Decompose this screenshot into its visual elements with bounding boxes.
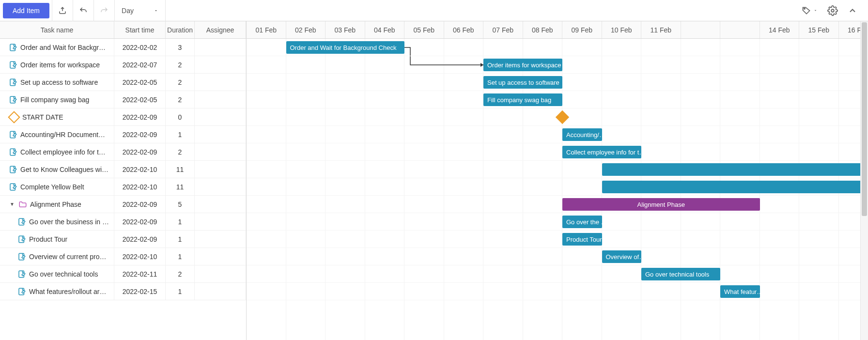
cell-duration[interactable]: 11 [166, 161, 195, 178]
timeline-header-cell[interactable]: 05 Feb [404, 21, 444, 38]
timeline-header-cell[interactable]: 03 Feb [326, 21, 365, 38]
timeline-header-cell[interactable]: 04 Feb [365, 21, 405, 38]
cell-duration[interactable]: 1 [166, 213, 195, 230]
settings-button[interactable] [824, 2, 841, 19]
cell-duration[interactable]: 3 [166, 39, 195, 56]
cell-name[interactable]: Accounting/HR Document… [0, 126, 114, 143]
cell-start[interactable]: 2022-02-09 [114, 231, 166, 247]
cell-start[interactable]: 2022-02-02 [114, 39, 166, 56]
cell-duration[interactable]: 2 [166, 56, 195, 73]
tag-button[interactable] [799, 3, 821, 18]
timeline-header-cell[interactable]: 06 Feb [444, 21, 484, 38]
task-bar[interactable]: Fill company swag bag [483, 93, 562, 106]
task-bar[interactable]: Go over the … [562, 216, 602, 228]
cell-start[interactable]: 2022-02-09 [114, 196, 166, 213]
grid-row[interactable]: Go over technical tools2022-02-112 [0, 265, 246, 283]
cell-start[interactable]: 2022-02-05 [114, 74, 166, 91]
timeline-header-cell[interactable]: 08 Feb [523, 21, 563, 38]
grid-row[interactable]: Complete Yellow Belt2022-02-1011 [0, 178, 246, 196]
timeline-header-cell[interactable]: 11 Feb [641, 21, 681, 38]
timeline-header-cell[interactable]: 09 Feb [562, 21, 602, 38]
milestone-marker[interactable] [556, 110, 569, 124]
task-bar[interactable]: Order and Wait for Background Check [286, 41, 405, 54]
cell-start[interactable]: 2022-02-11 [114, 265, 166, 282]
grid-row[interactable]: Go over the business in …2022-02-091 [0, 213, 246, 231]
cell-assignee[interactable] [195, 196, 246, 213]
cell-start[interactable]: 2022-02-09 [114, 126, 166, 143]
timeline-header-cell[interactable]: 15 Feb [799, 21, 839, 38]
timeline-header-cell[interactable] [681, 21, 721, 38]
cell-start[interactable]: 2022-02-09 [114, 108, 166, 125]
cell-name[interactable]: Product Tour [0, 231, 114, 247]
task-bar[interactable]: Accounting/… [562, 128, 602, 141]
timeline-header-cell[interactable]: 10 Feb [602, 21, 642, 38]
task-bar[interactable]: Product Tour [562, 233, 602, 246]
cell-assignee[interactable] [195, 108, 246, 125]
timeline-header-cell[interactable]: 16 Feb [839, 21, 861, 38]
cell-name[interactable]: Collect employee info for t… [0, 143, 114, 160]
cell-assignee[interactable] [195, 126, 246, 143]
cell-duration[interactable]: 0 [166, 108, 195, 125]
cell-name[interactable]: Order and Wait for Backgr… [0, 39, 114, 56]
cell-name[interactable]: Fill company swag bag [0, 91, 114, 108]
cell-start[interactable]: 2022-02-10 [114, 248, 166, 265]
cell-duration[interactable]: 2 [166, 91, 195, 108]
phase-bar[interactable]: Alignment Phase [562, 198, 760, 211]
cell-duration[interactable]: 1 [166, 231, 195, 247]
timeline-header-cell[interactable]: 02 Feb [286, 21, 326, 38]
cell-assignee[interactable] [195, 91, 246, 108]
grid-row[interactable]: Set up access to software2022-02-052 [0, 74, 246, 91]
cell-assignee[interactable] [195, 56, 246, 73]
cell-assignee[interactable] [195, 265, 246, 282]
col-name[interactable]: Task name [0, 21, 114, 38]
collapse-button[interactable] [845, 3, 860, 18]
cell-name[interactable]: Set up access to software [0, 74, 114, 91]
grid-row[interactable]: Order and Wait for Backgr…2022-02-023 [0, 39, 246, 56]
timeline-header-cell[interactable]: 14 Feb [760, 21, 800, 38]
task-bar[interactable]: Set up access to software [483, 76, 562, 89]
cell-duration[interactable]: 11 [166, 178, 195, 195]
scrollbar-thumb[interactable] [862, 22, 867, 216]
grid-row[interactable]: Fill company swag bag2022-02-052 [0, 91, 246, 108]
expand-toggle[interactable]: ▼ [9, 201, 16, 207]
cell-name[interactable]: START DATE [0, 108, 114, 125]
cell-assignee[interactable] [195, 161, 246, 178]
task-bar[interactable]: Collect employee info for t… [562, 146, 641, 158]
task-bar[interactable]: Overview of… [602, 250, 642, 263]
grid-row[interactable]: Collect employee info for t…2022-02-092 [0, 143, 246, 161]
cell-start[interactable]: 2022-02-10 [114, 161, 166, 178]
cell-assignee[interactable] [195, 39, 246, 56]
grid-row[interactable]: Overview of current pro…2022-02-101 [0, 248, 246, 265]
timeline-header-cell[interactable]: 07 Feb [483, 21, 523, 38]
cell-duration[interactable]: 5 [166, 196, 195, 213]
cell-duration[interactable]: 2 [166, 143, 195, 160]
task-bar[interactable]: Complete Yello [602, 181, 861, 193]
cell-assignee[interactable] [195, 74, 246, 91]
cell-name[interactable]: Go over the business in … [0, 213, 114, 230]
task-bar[interactable]: Go over technical tools [641, 268, 720, 280]
export-button[interactable] [52, 0, 73, 21]
cell-start[interactable]: 2022-02-07 [114, 56, 166, 73]
col-duration[interactable]: Duration [166, 21, 195, 38]
col-assignee[interactable]: Assignee [195, 21, 246, 38]
cell-assignee[interactable] [195, 248, 246, 265]
cell-start[interactable]: 2022-02-09 [114, 143, 166, 160]
task-bar[interactable]: What featur… [720, 285, 760, 298]
cell-duration[interactable]: 1 [166, 248, 195, 265]
cell-assignee[interactable] [195, 178, 246, 195]
redo-button[interactable] [93, 0, 115, 21]
timeline-header-cell[interactable]: 01 Feb [247, 21, 286, 38]
scale-select[interactable]: Day [114, 0, 166, 21]
cell-name[interactable]: Go over technical tools [0, 265, 114, 282]
grid-row[interactable]: Product Tour2022-02-091 [0, 231, 246, 248]
cell-start[interactable]: 2022-02-15 [114, 283, 166, 300]
cell-duration[interactable]: 1 [166, 126, 195, 143]
grid-row[interactable]: Get to Know Colleagues wi…2022-02-1011 [0, 161, 246, 178]
undo-button[interactable] [73, 0, 94, 21]
task-bar[interactable]: Order items for workspace [483, 59, 562, 71]
add-item-button[interactable]: Add Item [3, 3, 49, 18]
cell-name[interactable]: What features/rollout ar… [0, 283, 114, 300]
grid-row[interactable]: What features/rollout ar…2022-02-151 [0, 283, 246, 300]
grid-row[interactable]: Accounting/HR Document…2022-02-091 [0, 126, 246, 143]
cell-assignee[interactable] [195, 283, 246, 300]
